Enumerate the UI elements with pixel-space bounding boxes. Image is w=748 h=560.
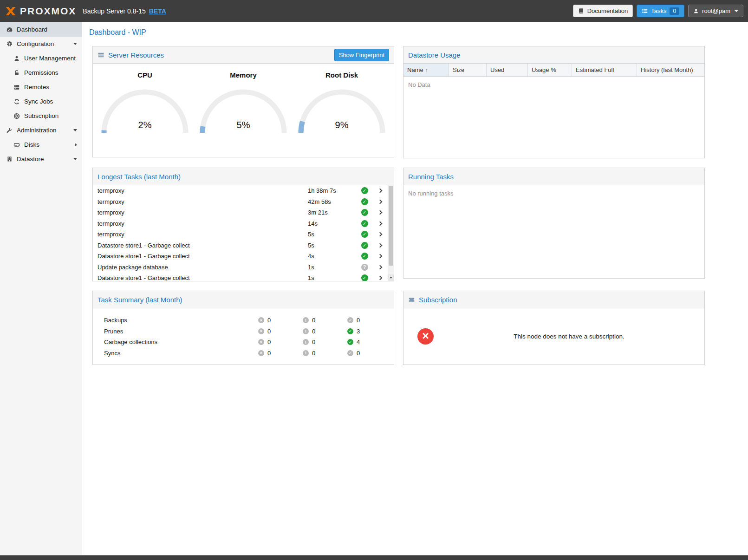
error-count-icon: ×: [258, 317, 264, 323]
sidebar-item-label: Subscription: [24, 112, 77, 119]
task-row[interactable]: termproxy42m 58s✓: [93, 196, 388, 208]
gauge-title: Memory: [197, 71, 290, 79]
ok-group: ✓3: [347, 328, 392, 335]
sidebar-item-label: User Management: [24, 55, 77, 62]
subscription-header: Subscription: [403, 291, 704, 308]
gauge-memory: Memory5%: [197, 71, 290, 157]
task-open-cell: [372, 254, 388, 258]
warnings-count: 0: [312, 317, 315, 324]
warning-count-icon: !: [303, 339, 309, 345]
chevron-right-icon[interactable]: [377, 254, 382, 259]
task-name: termproxy: [98, 209, 308, 216]
task-row[interactable]: Datastore store1 - Garbage collect1s✓: [93, 273, 388, 281]
unlock-icon: [13, 70, 20, 76]
errors-count: 0: [267, 339, 271, 345]
running-tasks-empty-text: No running tasks: [403, 185, 704, 202]
scrollbar-thumb[interactable]: [389, 186, 393, 266]
longest-tasks-header: Longest Tasks (last Month): [93, 168, 394, 185]
user-menu-button[interactable]: root@pam: [688, 5, 743, 17]
sidebar-item-label: Configuration: [17, 40, 70, 47]
chevron-right-icon[interactable]: [377, 221, 382, 226]
gauge-value: 9%: [295, 120, 388, 130]
task-open-cell: [372, 200, 388, 203]
warnings-group: !0: [303, 350, 347, 357]
errors-count: 0: [267, 317, 271, 324]
sidebar-item-administration[interactable]: Administration: [0, 123, 82, 137]
sidebar-item-label: Datastore: [17, 156, 70, 163]
chevron-right-icon[interactable]: [377, 265, 382, 269]
sort-asc-icon: ↑: [425, 67, 428, 73]
chevron-right-icon[interactable]: [377, 210, 382, 215]
task-summary-rows: Backups×0!0✓0Prunes×0!0✓3Garbage collect…: [93, 308, 394, 365]
gauge-root-disk: Root Disk9%: [295, 71, 388, 157]
chevron-right-icon[interactable]: [377, 189, 382, 193]
gauge-title: CPU: [98, 71, 191, 79]
proxmox-logo: PROXMOX: [5, 6, 76, 17]
column-header-label: Usage %: [532, 66, 556, 73]
sidebar-item-datastore[interactable]: Datastore: [0, 152, 82, 166]
sync-icon: [13, 98, 20, 105]
sidebar-item-remotes[interactable]: Remotes: [0, 80, 82, 94]
task-duration: 5s: [308, 231, 357, 238]
chevron-down-icon: [735, 10, 738, 12]
column-header-label: Estimated Full: [576, 66, 614, 73]
warning-count-icon: !: [303, 317, 309, 323]
show-fingerprint-button[interactable]: Show Fingerprint: [334, 49, 389, 61]
task-name: Datastore store1 - Garbage collect: [98, 242, 308, 249]
task-status-cell: ✓: [357, 274, 372, 281]
sidebar-item-label: Remotes: [24, 84, 77, 91]
sidebar-item-permissions[interactable]: Permissions: [0, 65, 82, 80]
task-duration: 1s: [308, 274, 357, 281]
sidebar-item-dashboard[interactable]: Dashboard: [0, 22, 82, 37]
task-status-cell: ?: [357, 264, 372, 271]
gears-icon: [6, 40, 13, 47]
column-header-estimated-full[interactable]: Estimated Full: [572, 64, 637, 76]
scrollbar-down-button[interactable]: [388, 274, 394, 281]
tasks-button[interactable]: Tasks 0: [637, 5, 684, 17]
sidebar-item-sync-jobs[interactable]: Sync Jobs: [0, 94, 82, 109]
gauge-title: Root Disk: [295, 71, 388, 79]
documentation-button[interactable]: Documentation: [573, 5, 633, 17]
sidebar-item-user-management[interactable]: User Management: [0, 51, 82, 65]
task-status-cell: ✓: [357, 209, 372, 216]
running-tasks-body: No running tasks: [403, 185, 704, 278]
errors-group: ×0: [258, 328, 303, 335]
column-header-usage[interactable]: Usage %: [528, 64, 572, 76]
proxmox-x-icon: [5, 6, 17, 17]
chevron-right-icon[interactable]: [377, 232, 382, 237]
column-header-size[interactable]: Size: [449, 64, 487, 76]
ok-count-icon: ✓: [347, 328, 353, 334]
tasks-label: Tasks: [651, 7, 666, 14]
status-ok-icon: ✓: [361, 253, 368, 260]
scrollbar[interactable]: [388, 185, 394, 281]
ok-group: ✓0: [347, 317, 392, 324]
chevron-right-icon[interactable]: [377, 276, 382, 280]
beta-link[interactable]: BETA: [149, 7, 166, 15]
sidebar-item-disks[interactable]: Disks: [0, 137, 82, 152]
column-header-name[interactable]: Name↑: [403, 64, 449, 76]
column-header-label: Size: [453, 66, 464, 73]
user-icon: [13, 55, 20, 62]
chevron-right-icon[interactable]: [377, 243, 382, 247]
sidebar-item-subscription[interactable]: Subscription: [0, 109, 82, 123]
task-row[interactable]: termproxy3m 21s✓: [93, 207, 388, 218]
task-name: termproxy: [98, 231, 308, 238]
task-row[interactable]: Datastore store1 - Garbage collect5s✓: [93, 240, 388, 251]
ok-count: 3: [357, 328, 360, 335]
task-row[interactable]: Update package database1s?: [93, 262, 388, 273]
chevron-right-icon[interactable]: [377, 199, 382, 204]
task-row[interactable]: termproxy14s✓: [93, 218, 388, 229]
sidebar-item-configuration[interactable]: Configuration: [0, 37, 82, 51]
sidebar-item-label: Disks: [24, 141, 71, 148]
ok-count-icon: ✓: [347, 317, 353, 323]
task-row[interactable]: termproxy5s✓: [93, 229, 388, 240]
task-row[interactable]: termproxy1h 38m 7s✓: [93, 185, 388, 196]
task-duration: 5s: [308, 242, 357, 249]
task-open-cell: [372, 211, 388, 214]
longest-tasks-body: termproxy1h 38m 7s✓termproxy42m 58s✓term…: [93, 185, 394, 281]
longest-tasks-title: Longest Tasks (last Month): [98, 173, 181, 181]
column-header-used[interactable]: Used: [487, 64, 528, 76]
task-row[interactable]: Datastore store1 - Garbage collect4s✓: [93, 251, 388, 262]
task-duration: 1h 38m 7s: [308, 187, 357, 194]
column-header-history-last-month[interactable]: History (last Month): [637, 64, 704, 76]
